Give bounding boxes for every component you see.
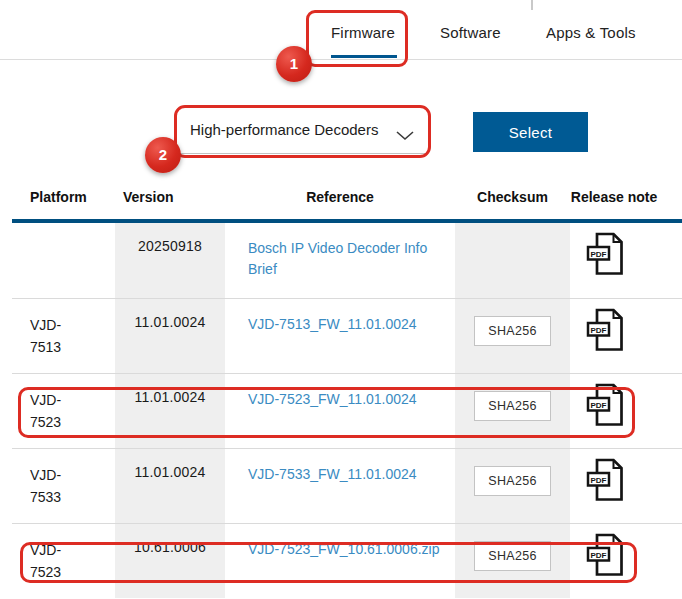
dropdown-selected-value: High-performance Decoders — [190, 121, 378, 138]
table-row: VJD- 753311.01.0024VJD-7533_FW_11.01.002… — [12, 448, 682, 523]
top-divider-fragment — [531, 0, 533, 10]
release-note-cell: PDF — [570, 299, 682, 373]
checksum-cell: SHA256 — [455, 449, 570, 523]
pdf-file-icon: PDF — [586, 457, 626, 503]
column-header-reference: Reference — [225, 175, 455, 219]
checksum-cell: SHA256 — [455, 374, 570, 448]
checksum-cell: SHA256 — [455, 299, 570, 373]
release-note-cell: PDF — [570, 449, 682, 523]
release-note-pdf-link[interactable]: PDF — [586, 457, 626, 506]
release-note-cell: PDF — [570, 223, 682, 298]
reference-cell: Bosch IP Video Decoder Info Brief — [225, 223, 455, 298]
firmware-download-page: Firmware Software Apps & Tools High-perf… — [0, 0, 682, 599]
pdf-file-icon: PDF — [586, 532, 626, 578]
sha256-button[interactable]: SHA256 — [474, 541, 550, 571]
svg-text:PDF: PDF — [591, 326, 607, 335]
pdf-file-icon: PDF — [586, 382, 626, 428]
svg-text:PDF: PDF — [591, 401, 607, 410]
version-cell: 11.01.0024 — [115, 449, 225, 523]
platform-cell: VJD- 7533 — [12, 449, 115, 523]
table-header-row: Platform Version Reference Checksum Rele… — [12, 175, 682, 223]
select-button[interactable]: Select — [473, 112, 588, 152]
platform-cell: VJD- 7523 — [12, 524, 115, 598]
reference-download-link[interactable]: Bosch IP Video Decoder Info Brief — [248, 238, 443, 280]
column-header-version: Version — [115, 175, 225, 219]
reference-cell: VJD-7513_FW_11.01.0024 — [225, 299, 455, 373]
tab-firmware[interactable]: Firmware — [331, 24, 395, 41]
table-body: 20250918Bosch IP Video Decoder Info Brie… — [12, 223, 682, 598]
version-cell: 11.01.0024 — [115, 374, 225, 448]
svg-text:PDF: PDF — [591, 476, 607, 485]
column-header-checksum: Checksum — [455, 175, 570, 219]
svg-text:PDF: PDF — [591, 250, 607, 259]
column-header-release-note: Release note — [570, 175, 682, 219]
release-note-pdf-link[interactable]: PDF — [586, 231, 626, 280]
chevron-down-icon — [396, 127, 414, 145]
active-tab-underline — [331, 55, 397, 58]
annotation-step-2-badge: 2 — [145, 137, 181, 173]
firmware-table: Platform Version Reference Checksum Rele… — [12, 175, 682, 598]
sha256-button[interactable]: SHA256 — [474, 466, 550, 496]
release-note-cell: PDF — [570, 524, 682, 598]
tab-bar: Firmware Software Apps & Tools — [0, 0, 682, 60]
release-note-cell: PDF — [570, 374, 682, 448]
product-category-dropdown[interactable]: High-performance Decoders — [179, 109, 428, 154]
reference-download-link[interactable]: VJD-7523_FW_10.61.0006.zip — [248, 539, 439, 560]
platform-cell: VJD- 7513 — [12, 299, 115, 373]
reference-download-link[interactable]: VJD-7513_FW_11.01.0024 — [248, 314, 417, 335]
reference-download-link[interactable]: VJD-7523_FW_11.01.0024 — [248, 389, 417, 410]
checksum-cell: SHA256 — [455, 524, 570, 598]
platform-cell — [12, 223, 115, 298]
table-row: VJD- 751311.01.0024VJD-7513_FW_11.01.002… — [12, 298, 682, 373]
tab-software[interactable]: Software — [440, 24, 501, 41]
release-note-pdf-link[interactable]: PDF — [586, 307, 626, 356]
sha256-button[interactable]: SHA256 — [474, 391, 550, 421]
pdf-file-icon: PDF — [586, 307, 626, 353]
release-note-pdf-link[interactable]: PDF — [586, 532, 626, 581]
release-note-pdf-link[interactable]: PDF — [586, 382, 626, 431]
svg-text:PDF: PDF — [591, 551, 607, 560]
version-cell: 11.01.0024 — [115, 299, 225, 373]
reference-cell: VJD-7533_FW_11.01.0024 — [225, 449, 455, 523]
version-cell: 10.61.0006 — [115, 524, 225, 598]
reference-download-link[interactable]: VJD-7533_FW_11.01.0024 — [248, 464, 417, 485]
reference-cell: VJD-7523_FW_11.01.0024 — [225, 374, 455, 448]
platform-cell: VJD- 7523 — [12, 374, 115, 448]
version-cell: 20250918 — [115, 223, 225, 298]
table-row: VJD- 752310.61.0006VJD-7523_FW_10.61.000… — [12, 523, 682, 598]
checksum-cell — [455, 223, 570, 298]
reference-cell: VJD-7523_FW_10.61.0006.zip — [225, 524, 455, 598]
column-header-platform: Platform — [12, 175, 115, 219]
pdf-file-icon: PDF — [586, 231, 626, 277]
sha256-button[interactable]: SHA256 — [474, 316, 550, 346]
table-row: VJD- 752311.01.0024VJD-7523_FW_11.01.002… — [12, 373, 682, 448]
tab-apps-tools[interactable]: Apps & Tools — [546, 24, 636, 41]
table-row: 20250918Bosch IP Video Decoder Info Brie… — [12, 223, 682, 298]
